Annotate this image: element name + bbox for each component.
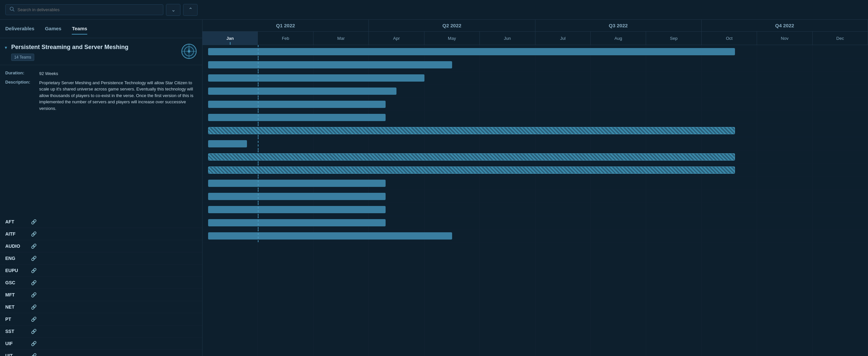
gantt-bar bbox=[208, 101, 385, 108]
nav-tabs: Deliverables Games Teams bbox=[0, 20, 202, 38]
gantt-bar bbox=[208, 166, 735, 174]
gantt-bar bbox=[208, 114, 385, 121]
link-icon[interactable]: 🔗 bbox=[31, 256, 36, 261]
tab-deliverables[interactable]: Deliverables bbox=[5, 23, 34, 35]
gantt-rows bbox=[203, 45, 868, 356]
team-name: AITF bbox=[5, 231, 28, 236]
quarter-cell: Q1 2022 bbox=[203, 20, 369, 31]
team-row[interactable]: PT 🔗 bbox=[0, 313, 202, 325]
dashed-vline bbox=[258, 216, 258, 229]
link-icon[interactable]: 🔗 bbox=[31, 329, 36, 334]
gantt-row bbox=[203, 71, 868, 85]
gantt-bar bbox=[208, 127, 735, 134]
team-row[interactable]: UIF 🔗 bbox=[0, 337, 202, 350]
dashed-vline bbox=[258, 177, 258, 190]
team-row[interactable]: UIT 🔗 bbox=[0, 350, 202, 356]
month-row: JanFebMarAprMayJunJulAugSepOctNovDec bbox=[203, 32, 868, 45]
team-name: ENG bbox=[5, 256, 28, 261]
team-name: MFT bbox=[5, 292, 28, 297]
team-row[interactable]: AITF 🔗 bbox=[0, 228, 202, 240]
svg-line-1 bbox=[13, 10, 14, 11]
dashed-vline bbox=[258, 190, 258, 203]
team-row[interactable]: ENG 🔗 bbox=[0, 252, 202, 264]
dashed-vline bbox=[258, 150, 258, 163]
link-icon[interactable]: 🔗 bbox=[31, 353, 36, 356]
gantt-bar bbox=[208, 206, 385, 213]
dashed-vline bbox=[258, 137, 258, 150]
team-row[interactable]: MFT 🔗 bbox=[0, 289, 202, 301]
team-row[interactable]: AUDIO 🔗 bbox=[0, 240, 202, 252]
dashed-vline bbox=[258, 98, 258, 110]
project-logo bbox=[181, 43, 197, 59]
project-chevron-icon: ▼ bbox=[4, 45, 8, 50]
gantt-row bbox=[203, 98, 868, 111]
month-cell: Nov bbox=[757, 32, 812, 45]
team-name: NET bbox=[5, 304, 28, 310]
teams-list: AFT 🔗 AITF 🔗 AUDIO 🔗 ENG 🔗 EUPU 🔗 GSC 🔗 … bbox=[0, 216, 202, 356]
quarter-cell: Q2 2022 bbox=[369, 20, 535, 31]
link-icon[interactable]: 🔗 bbox=[31, 244, 36, 249]
tab-games[interactable]: Games bbox=[45, 23, 61, 35]
gantt-bar bbox=[208, 153, 735, 161]
month-cell: Jan bbox=[203, 32, 258, 45]
team-name: PT bbox=[5, 317, 28, 322]
team-row[interactable]: GSC 🔗 bbox=[0, 277, 202, 289]
gantt-area: Q1 2022Q2 2022Q3 2022Q4 2022JanFebMarApr… bbox=[203, 20, 868, 356]
gantt-bar bbox=[208, 232, 452, 239]
team-row[interactable]: SST 🔗 bbox=[0, 325, 202, 337]
link-icon[interactable]: 🔗 bbox=[31, 231, 36, 236]
gantt-row bbox=[203, 229, 868, 242]
gantt-bar bbox=[208, 88, 397, 95]
project-title: Persistent Streaming and Server Meshing bbox=[11, 43, 178, 51]
dashed-vline bbox=[258, 111, 258, 124]
gantt-row bbox=[203, 164, 868, 177]
team-name: EUPU bbox=[5, 268, 28, 273]
gantt-body bbox=[203, 45, 868, 356]
gantt-bar bbox=[208, 74, 425, 82]
sort-asc-button[interactable]: ⌄ bbox=[166, 4, 181, 16]
search-icon bbox=[9, 7, 15, 13]
duration-label: Duration: bbox=[5, 70, 36, 77]
link-icon[interactable]: 🔗 bbox=[31, 280, 36, 285]
gantt-row bbox=[203, 58, 868, 71]
sort-desc-button[interactable]: ⌃ bbox=[183, 4, 197, 16]
gantt-row bbox=[203, 124, 868, 137]
team-name: AFT bbox=[5, 219, 28, 224]
gantt-row bbox=[203, 190, 868, 203]
gantt-bar bbox=[208, 180, 385, 187]
month-cell: Mar bbox=[313, 32, 369, 45]
description-value: Proprietary Server Meshing and Persisten… bbox=[39, 79, 197, 112]
chevron-up-icon: ⌃ bbox=[188, 7, 193, 13]
search-box[interactable] bbox=[5, 4, 163, 15]
left-panel: Deliverables Games Teams ▼ Persistent St… bbox=[0, 20, 203, 356]
link-icon[interactable]: 🔗 bbox=[31, 304, 36, 310]
dashed-vline bbox=[258, 164, 258, 176]
link-icon[interactable]: 🔗 bbox=[31, 292, 36, 297]
quarter-cell: Q4 2022 bbox=[702, 20, 868, 31]
gantt-row bbox=[203, 216, 868, 229]
gantt-bar bbox=[208, 193, 385, 200]
month-cell: Dec bbox=[813, 32, 868, 45]
gantt-header: Q1 2022Q2 2022Q3 2022Q4 2022JanFebMarApr… bbox=[203, 20, 868, 45]
duration-value: 92 Weeks bbox=[39, 70, 58, 77]
gantt-row bbox=[203, 137, 868, 150]
search-input[interactable] bbox=[18, 7, 159, 12]
tab-teams[interactable]: Teams bbox=[72, 23, 87, 35]
gantt-row bbox=[203, 111, 868, 124]
team-row[interactable]: AFT 🔗 bbox=[0, 216, 202, 228]
month-cell: Jun bbox=[480, 32, 535, 45]
month-cell: Jul bbox=[535, 32, 591, 45]
link-icon[interactable]: 🔗 bbox=[31, 268, 36, 273]
project-item[interactable]: ▼ Persistent Streaming and Server Meshin… bbox=[0, 38, 202, 65]
link-icon[interactable]: 🔗 bbox=[31, 317, 36, 322]
team-name: GSC bbox=[5, 280, 28, 285]
gantt-bar bbox=[208, 140, 247, 148]
link-icon[interactable]: 🔗 bbox=[31, 341, 36, 346]
team-name: SST bbox=[5, 329, 28, 334]
link-icon[interactable]: 🔗 bbox=[31, 219, 36, 224]
description-label: Description: bbox=[5, 79, 36, 112]
team-row[interactable]: NET 🔗 bbox=[0, 301, 202, 313]
description-row: Description: Proprietary Server Meshing … bbox=[5, 79, 197, 112]
quarter-row: Q1 2022Q2 2022Q3 2022Q4 2022 bbox=[203, 20, 868, 32]
team-row[interactable]: EUPU 🔗 bbox=[0, 264, 202, 277]
